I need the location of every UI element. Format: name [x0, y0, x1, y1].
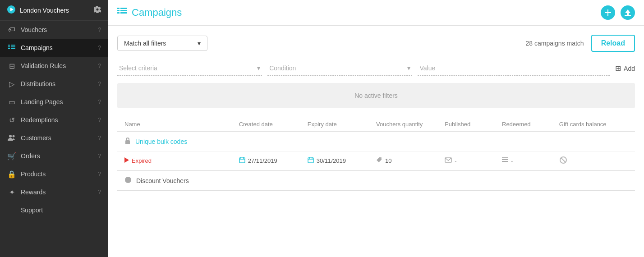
card-icon: ▭ [7, 97, 16, 106]
calendar-expiry-icon [308, 157, 314, 165]
campaign-name-discount[interactable]: $ Discount Vouchers [117, 171, 635, 190]
help-icon-redemptions[interactable]: ? [98, 117, 101, 123]
tag-icon: 🏷 [7, 25, 16, 34]
match-filter-dropdown[interactable]: Match all filters ▾ [117, 36, 207, 51]
sidebar-item-landing-pages[interactable]: ▭ Landing Pages ? [0, 93, 108, 111]
dollar-icon: $ [124, 176, 132, 185]
svg-rect-4 [8, 46, 10, 47]
page-title: Campaigns [117, 7, 182, 18]
svg-rect-14 [117, 12, 120, 14]
support-icon [7, 206, 16, 215]
campaign-name-unique-bulk[interactable]: Unique bulk codes [117, 132, 635, 151]
svg-line-36 [561, 158, 566, 163]
svg-rect-5 [11, 46, 15, 47]
svg-rect-32 [502, 157, 508, 158]
svg-rect-34 [502, 161, 508, 162]
play-icon [7, 5, 15, 15]
sidebar-item-redemptions[interactable]: ↺ Redemptions ? [0, 111, 108, 129]
box-icon: 🔒 [7, 170, 16, 179]
sidebar-header: London Vouchers [0, 0, 108, 21]
col-gift: Gift cards balance [559, 121, 628, 128]
settings-icon[interactable] [94, 6, 101, 15]
criteria-select[interactable]: Select criteria ▾ [117, 61, 262, 76]
svg-rect-23 [239, 158, 245, 163]
triangle-icon: ▷ [7, 79, 16, 88]
tag-qty-icon [376, 157, 382, 165]
col-created: Created date [239, 121, 308, 128]
add-campaign-button[interactable] [601, 5, 615, 20]
sidebar-item-support[interactable]: Support [0, 201, 108, 219]
svg-rect-19 [627, 13, 629, 15]
reload-button[interactable]: Reload [591, 35, 635, 52]
help-icon-vouchers[interactable]: ? [98, 27, 101, 33]
add-filter-button[interactable]: ⊞ Add [615, 64, 635, 73]
redeemed-cell: - [502, 157, 559, 164]
people-icon [7, 133, 16, 142]
star-icon: ✦ [7, 188, 16, 197]
no-filters-banner: No active filters [117, 83, 635, 108]
col-redeemed: Redeemed [502, 121, 559, 128]
svg-rect-27 [308, 158, 313, 163]
svg-rect-12 [117, 10, 120, 11]
chevron-down-icon: ▾ [198, 40, 201, 47]
expiry-date-cell: 30/11/2019 [308, 157, 376, 165]
svg-rect-2 [8, 45, 10, 46]
svg-rect-15 [120, 12, 127, 14]
col-qty: Vouchers quantity [376, 121, 445, 128]
funnel-icon: ⊟ [7, 61, 16, 70]
sidebar-item-campaigns[interactable]: Campaigns ? [0, 39, 108, 57]
help-icon-rewards[interactable]: ? [98, 189, 101, 195]
workspace-name: London Vouchers [7, 5, 69, 15]
sidebar-item-rewards[interactable]: ✦ Rewards ? [0, 183, 108, 201]
campaigns-match-count: 28 campaigns match [525, 40, 584, 47]
sidebar-item-products[interactable]: 🔒 Products ? [0, 165, 108, 183]
list-icon-small [502, 157, 508, 164]
main-content: Campaigns Match all filters ▾ 28 campaig… [108, 0, 644, 257]
top-bar-actions [601, 5, 635, 20]
help-icon-products[interactable]: ? [98, 171, 101, 177]
sidebar: London Vouchers 🏷 Vouchers ? Campaigns ?… [0, 0, 108, 257]
help-icon-customers[interactable]: ? [98, 135, 101, 141]
help-icon-landing[interactable]: ? [98, 99, 101, 105]
filter-right: 28 campaigns match Reload [525, 35, 635, 52]
campaign-row-discount: $ Discount Vouchers [117, 171, 635, 191]
svg-rect-21 [125, 140, 130, 144]
help-icon-validation[interactable]: ? [98, 63, 101, 69]
created-date-cell: 27/11/2019 [239, 157, 308, 165]
add-filter-icon: ⊞ [615, 64, 621, 73]
campaign-detail-unique-bulk: Expired 27/11/2019 30/11/2019 [117, 151, 635, 170]
ban-icon [559, 156, 567, 165]
filter-criteria-row: Select criteria ▾ Condition ▾ Value ⊞ Ad… [117, 61, 635, 76]
help-icon-orders[interactable]: ? [98, 153, 101, 159]
col-published: Published [445, 121, 502, 128]
col-name: Name [124, 121, 239, 128]
sidebar-item-distributions[interactable]: ▷ Distributions ? [0, 75, 108, 93]
value-input[interactable]: Value [418, 61, 610, 76]
criteria-chevron-icon: ▾ [257, 64, 260, 72]
svg-point-9 [13, 135, 15, 138]
sidebar-item-vouchers[interactable]: 🏷 Vouchers ? [0, 21, 108, 39]
sidebar-item-validation-rules[interactable]: ⊟ Validation Rules ? [0, 57, 108, 75]
sidebar-item-orders[interactable]: 🛒 Orders ? [0, 147, 108, 165]
condition-select[interactable]: Condition ▾ [267, 61, 412, 76]
gift-balance-cell [559, 156, 628, 165]
svg-text:$: $ [127, 178, 129, 183]
envelope-icon [445, 157, 452, 164]
svg-rect-6 [8, 48, 10, 49]
top-bar: Campaigns [108, 0, 644, 26]
sidebar-item-customers[interactable]: Customers ? [0, 129, 108, 147]
cart-icon: 🛒 [7, 151, 16, 161]
published-cell: - [445, 157, 502, 164]
help-icon-distributions[interactable]: ? [98, 81, 101, 87]
svg-marker-22 [124, 157, 129, 163]
help-icon-campaigns[interactable]: ? [98, 45, 101, 51]
play-icon-small [124, 157, 129, 164]
svg-rect-3 [11, 45, 15, 46]
filter-bar: Match all filters ▾ 28 campaigns match R… [117, 35, 635, 52]
table-header: Name Created date Expiry date Vouchers q… [117, 117, 635, 132]
svg-rect-33 [502, 159, 508, 160]
svg-rect-7 [11, 48, 15, 49]
svg-marker-18 [625, 9, 630, 13]
export-button[interactable] [621, 5, 635, 20]
svg-point-8 [9, 135, 12, 138]
